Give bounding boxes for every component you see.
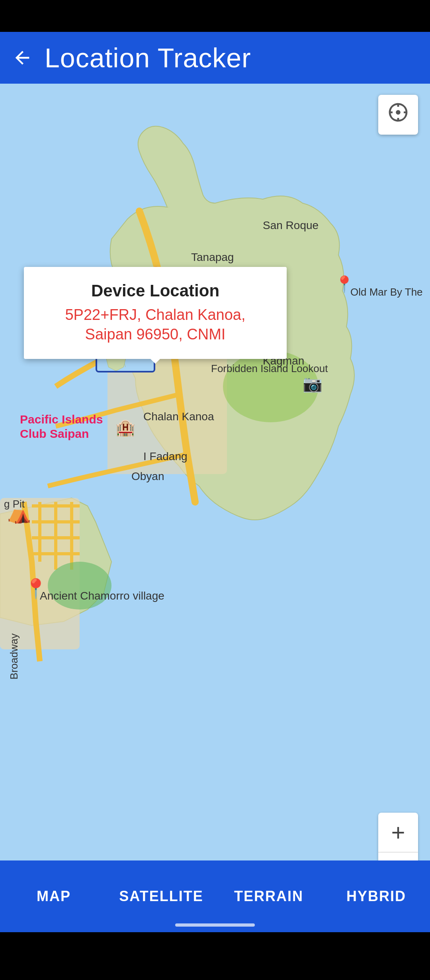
- app-bar: Location Tracker: [0, 32, 430, 84]
- gesture-bar: [175, 923, 255, 927]
- tab-map[interactable]: MAP: [0, 860, 108, 932]
- tab-hybrid-label: HYBRID: [346, 888, 406, 905]
- back-button[interactable]: [12, 47, 33, 68]
- location-button[interactable]: [378, 95, 418, 135]
- tab-satellite-label: SATELLITE: [119, 888, 203, 905]
- location-popup: Device Location 5P22+FRJ, Chalan Kanoa, …: [24, 267, 287, 359]
- svg-point-6: [396, 110, 401, 115]
- svg-point-3: [223, 351, 319, 422]
- crosshair-icon: [387, 101, 409, 128]
- popup-title: Device Location: [40, 281, 271, 300]
- tab-satellite[interactable]: SATELLITE: [108, 860, 215, 932]
- tab-terrain[interactable]: TERRAIN: [215, 860, 322, 932]
- svg-point-4: [48, 562, 111, 610]
- popup-address: 5P22+FRJ, Chalan Kanoa, Saipan 96950, CN…: [40, 305, 271, 345]
- tab-bar: MAP SATELLITE TERRAIN HYBRID: [0, 860, 430, 932]
- app-title: Location Tracker: [45, 42, 251, 73]
- map-container[interactable]: Device Location 5P22+FRJ, Chalan Kanoa, …: [0, 84, 430, 932]
- status-bar: [0, 0, 430, 32]
- svg-point-5: [156, 237, 162, 241]
- tab-hybrid[interactable]: HYBRID: [322, 860, 430, 932]
- tab-map-label: MAP: [37, 888, 71, 905]
- zoom-in-button[interactable]: +: [378, 813, 418, 853]
- tab-terrain-label: TERRAIN: [234, 888, 303, 905]
